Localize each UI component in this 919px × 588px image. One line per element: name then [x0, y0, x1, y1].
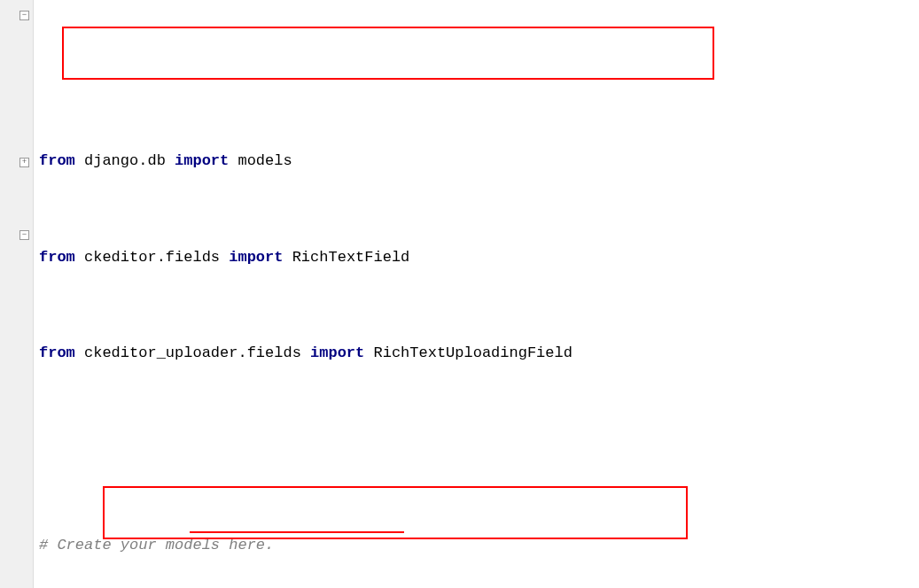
code-line[interactable]: from ckeditor.fields import RichTextFiel…: [35, 245, 919, 269]
keyword-from: from: [39, 344, 75, 361]
keyword-import: import: [175, 152, 229, 169]
comment: # Create your models here.: [39, 537, 274, 553]
fold-toggle-icon[interactable]: +: [19, 158, 29, 167]
code-line[interactable]: [35, 437, 919, 461]
code-editor[interactable]: − + − from django.db import models from …: [0, 0, 919, 588]
code-line[interactable]: from django.db import models: [35, 149, 919, 173]
keyword-from: from: [39, 152, 75, 169]
code-line[interactable]: from ckeditor_uploader.fields import Ric…: [35, 341, 919, 365]
fold-toggle-icon[interactable]: −: [19, 11, 29, 20]
editor-gutter: − + −: [0, 0, 34, 588]
keyword-from: from: [39, 249, 75, 266]
keyword-import: import: [310, 344, 364, 361]
annotation-box: [103, 486, 688, 539]
code-line[interactable]: # Create your models here.: [35, 533, 919, 557]
keyword-import: import: [229, 249, 283, 266]
code-area[interactable]: from django.db import models from ckedit…: [34, 0, 919, 588]
fold-toggle-icon[interactable]: −: [19, 230, 29, 240]
annotation-box: [62, 27, 714, 80]
